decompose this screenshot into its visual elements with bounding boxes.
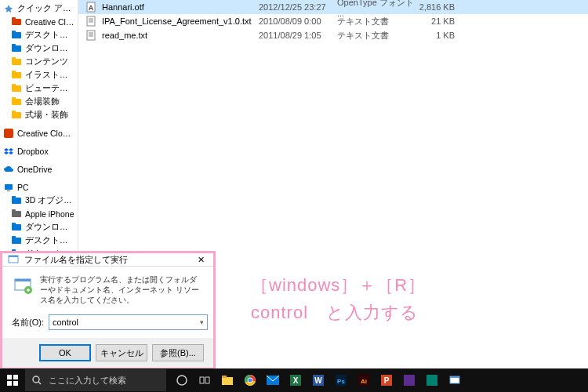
svg-rect-25 [12, 223, 16, 225]
taskbar-apps: X W Ps Ai P [171, 368, 466, 392]
sidebar-item[interactable]: ダウンロード [0, 220, 78, 234]
sidebar-item-label: Creative Cloud Files [25, 17, 74, 27]
svg-rect-6 [12, 44, 16, 46]
word-icon[interactable]: W [307, 368, 329, 392]
file-row[interactable]: AHannari.otf2012/12/25 23:27OpenType フォン… [78, 0, 588, 14]
onedrive[interactable]: OneDrive [0, 162, 78, 176]
onedrive-label: OneDrive [17, 165, 52, 174]
chrome-icon[interactable] [239, 368, 261, 392]
svg-rect-24 [12, 224, 21, 230]
cancel-button[interactable]: キャンセル [96, 344, 147, 361]
sidebar-item-label: Apple iPhone [25, 209, 74, 219]
sidebar-item[interactable]: ダウンロード [0, 42, 78, 55]
file-row[interactable]: IPA_Font_License_Agreement_v1.0.txt2010/… [78, 14, 588, 28]
file-row[interactable]: read_me.txt2011/08/29 1:05テキスト文書1 KB [78, 28, 588, 42]
sidebar-item-label: 3D オブジェクト [25, 195, 74, 206]
run-dialog-highlight: ファイル名を指定して実行 ✕ 実行するプログラム名、または開くフォルダーやドキュ… [0, 251, 216, 368]
file-name: Hannari.otf [102, 2, 259, 12]
ccf-label: Creative Cloud Files [17, 129, 74, 138]
sidebar-item[interactable]: デスクトップ [0, 28, 78, 42]
sidebar-item[interactable]: 式場・装飾 [0, 108, 78, 122]
svg-rect-67 [222, 376, 227, 378]
folder-icon [11, 195, 22, 206]
svg-rect-53 [9, 256, 18, 257]
svg-rect-65 [205, 377, 209, 383]
sidebar-item[interactable]: イラストレーター [0, 68, 78, 82]
sidebar-item[interactable]: 会場装飾 [0, 95, 78, 108]
file-date: 2012/12/25 23:27 [259, 2, 337, 12]
svg-rect-2 [12, 17, 16, 20]
run-input[interactable] [49, 314, 208, 330]
svg-point-70 [248, 378, 252, 383]
file-size: 1 KB [416, 31, 455, 40]
svg-rect-8 [12, 57, 16, 60]
close-button[interactable]: ✕ [193, 255, 209, 265]
run-body-icon [12, 274, 34, 296]
folder-icon [11, 70, 22, 81]
file-date: 2011/08/29 1:05 [259, 31, 337, 40]
annotation-line1: ［windows］＋［R］ [251, 271, 426, 299]
sidebar-item[interactable]: コンテンツ [0, 55, 78, 68]
run-buttons: OK キャンセル 参照(B)... [2, 338, 213, 368]
excel-icon[interactable]: X [285, 368, 307, 392]
quick-access[interactable]: クイック アクセス [0, 2, 78, 15]
sidebar-item[interactable]: デスクトップ [0, 234, 78, 247]
svg-rect-18 [5, 184, 13, 190]
folder-icon [11, 43, 22, 54]
svg-rect-55 [15, 279, 31, 281]
file-size: 21 KB [416, 16, 455, 26]
sidebar-item-label: デスクトップ [25, 235, 74, 246]
taskbar-search[interactable]: ここに入力して検索 [25, 369, 166, 391]
svg-line-62 [38, 382, 41, 384]
svg-rect-17 [4, 129, 13, 138]
sidebar-item[interactable]: ビューティー [0, 82, 78, 95]
search-icon [31, 375, 42, 386]
folder-icon [11, 209, 22, 220]
run-body: 実行するプログラム名、または開くフォルダーやドキュメント名、インターネット リソ… [2, 267, 213, 338]
svg-rect-44 [87, 16, 95, 26]
sidebar-item-label: ビューティー [25, 83, 74, 94]
folder-icon [11, 110, 22, 121]
dropbox[interactable]: Dropbox [0, 144, 78, 158]
svg-rect-13 [12, 99, 21, 105]
ok-button[interactable]: OK [39, 344, 91, 361]
mail-icon[interactable] [262, 368, 284, 392]
run-taskbar-icon[interactable] [444, 368, 466, 392]
sidebar-item[interactable]: Creative Cloud Files [0, 15, 78, 28]
run-name-label: 名前(O): [12, 317, 44, 328]
svg-rect-11 [12, 85, 21, 92]
file-size: 2,816 KB [416, 2, 455, 12]
app-icon[interactable] [398, 368, 420, 392]
illustrator-icon[interactable]: Ai [353, 368, 375, 392]
svg-rect-12 [12, 84, 16, 86]
svg-point-61 [33, 376, 39, 383]
svg-point-63 [177, 376, 187, 385]
svg-rect-23 [12, 209, 16, 212]
svg-rect-16 [12, 111, 16, 113]
file-icon: A [85, 1, 97, 13]
svg-rect-82 [404, 375, 415, 386]
taskbar: ここに入力して検索 X W Ps Ai P [0, 368, 588, 392]
svg-rect-3 [12, 32, 21, 38]
sidebar-item-label: 式場・装飾 [25, 110, 68, 121]
app-icon-2[interactable] [421, 368, 443, 392]
pc[interactable]: PC [0, 180, 78, 194]
folder-icon [11, 16, 22, 27]
browse-button[interactable]: 参照(B)... [152, 344, 204, 361]
powerpoint-icon[interactable]: P [376, 368, 397, 392]
file-icon [85, 15, 97, 27]
creative-cloud-files[interactable]: Creative Cloud Files [0, 126, 78, 140]
dropbox-label: Dropbox [17, 147, 49, 156]
sidebar-item-label: ダウンロード [25, 43, 74, 54]
photoshop-icon[interactable]: Ps [330, 368, 352, 392]
cortana-icon[interactable] [171, 368, 193, 392]
quick-access-label: クイック アクセス [17, 3, 74, 14]
sidebar-item[interactable]: 3D オブジェクト [0, 194, 78, 207]
explorer-icon[interactable] [216, 368, 238, 392]
file-name: IPA_Font_License_Agreement_v1.0.txt [102, 16, 259, 26]
svg-rect-66 [222, 377, 233, 385]
taskview-icon[interactable] [194, 368, 216, 392]
sidebar-item[interactable]: Apple iPhone [0, 207, 78, 220]
file-date: 2010/08/09 0:00 [259, 16, 337, 26]
start-button[interactable] [0, 368, 25, 392]
